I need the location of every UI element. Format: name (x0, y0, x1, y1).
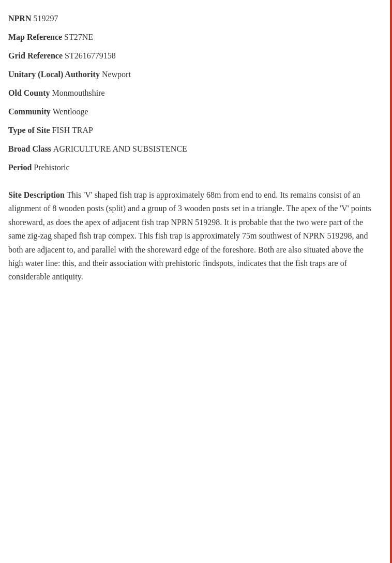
field-row-type-of-site: Type of Site FISH TRAP (8, 124, 380, 137)
field-value-unitary-authority: Newport (102, 70, 131, 79)
field-row-grid-reference: Grid Reference ST2616779158 (8, 50, 380, 62)
field-row-period: Period Prehistoric (8, 161, 380, 174)
page-container: NPRN 519297Map Reference ST27NEGrid Refe… (0, 0, 392, 563)
field-label-old-county: Old County (8, 88, 52, 97)
field-value-period: Prehistoric (34, 163, 69, 172)
site-description-value: This 'V' shaped fish trap is approximate… (8, 190, 371, 281)
site-description-text: Site Description This 'V' shaped fish tr… (8, 188, 380, 284)
field-value-broad-class: AGRICULTURE AND SUBSISTENCE (53, 144, 187, 153)
field-row-community: Community Wentlooge (8, 106, 380, 118)
content-area: NPRN 519297Map Reference ST27NEGrid Refe… (0, 0, 392, 563)
field-label-community: Community (8, 107, 53, 116)
field-label-nprn: NPRN (8, 14, 33, 23)
field-row-nprn: NPRN 519297 (8, 12, 380, 25)
site-description-label: Site Description (8, 190, 67, 199)
field-row-broad-class: Broad Class AGRICULTURE AND SUBSISTENCE (8, 143, 380, 155)
field-label-period: Period (8, 163, 34, 172)
field-value-nprn: 519297 (33, 14, 58, 23)
field-value-grid-reference: ST2616779158 (65, 51, 116, 60)
field-value-type-of-site: FISH TRAP (52, 126, 93, 135)
field-value-old-county: Monmouthshire (52, 88, 104, 97)
field-row-map-reference: Map Reference ST27NE (8, 31, 380, 43)
field-label-map-reference: Map Reference (8, 33, 64, 41)
field-value-community: Wentlooge (53, 107, 88, 116)
field-label-broad-class: Broad Class (8, 144, 53, 153)
field-label-type-of-site: Type of Site (8, 126, 52, 135)
field-label-unitary-authority: Unitary (Local) Authority (8, 70, 102, 79)
field-label-grid-reference: Grid Reference (8, 51, 65, 60)
field-row-old-county: Old County Monmouthshire (8, 87, 380, 99)
site-description-section: Site Description This 'V' shaped fish tr… (8, 188, 380, 284)
field-row-unitary-authority: Unitary (Local) Authority Newport (8, 68, 380, 81)
fields-container: NPRN 519297Map Reference ST27NEGrid Refe… (8, 12, 380, 174)
field-value-map-reference: ST27NE (64, 33, 93, 41)
